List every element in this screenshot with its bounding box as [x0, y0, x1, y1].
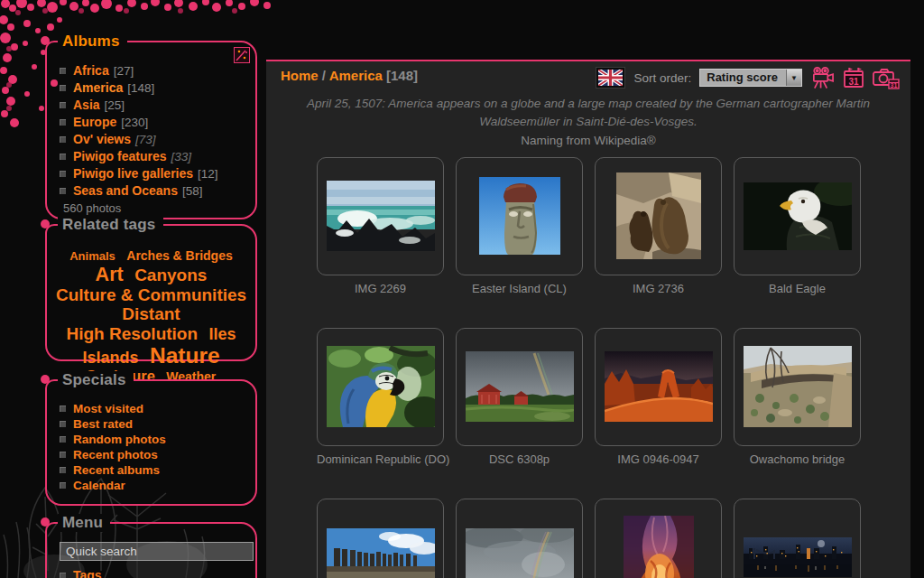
album-count: [25] — [105, 98, 125, 112]
tag-arches-bridges[interactable]: Arches & Bridges — [126, 248, 232, 263]
bullet-icon — [60, 482, 66, 489]
album-count: [73] — [135, 133, 156, 146]
photo-thumbnail-dsc-6308p[interactable] — [456, 328, 583, 446]
sidebar-item-america[interactable]: America[148] — [60, 79, 248, 97]
sidebar-item-calendar[interactable]: Calendar — [60, 478, 248, 493]
language-flag-icon[interactable] — [596, 67, 625, 89]
photo-thumbnail-dominican-republic[interactable] — [317, 328, 444, 446]
sort-order-value: Rating score — [700, 70, 786, 86]
bullet-icon — [60, 85, 66, 91]
tag-canyons[interactable]: Canyons — [134, 266, 207, 284]
photo-caption[interactable]: Bald Eagle — [734, 282, 861, 295]
sidebar-item-random-photos[interactable]: Random photos — [60, 432, 248, 447]
sidebar-item-tags[interactable]: Tags — [60, 567, 248, 578]
sort-order-select[interactable]: Rating score ▼ — [699, 69, 802, 87]
photo-thumbnail-img-2269[interactable] — [317, 157, 444, 275]
photo-caption[interactable]: Easter Island (CL) — [456, 282, 583, 295]
photo-cell: IMG 2269 — [317, 157, 444, 295]
quick-search-input[interactable] — [60, 542, 254, 561]
special-label: Most visited — [73, 402, 143, 415]
photo-cell — [317, 499, 444, 578]
related-tags-panel-title: Related tags — [58, 216, 163, 234]
album-label: Piwigo live galleries — [73, 166, 193, 181]
bullet-icon — [60, 436, 66, 443]
tag-animals[interactable]: Animals — [69, 249, 116, 263]
tag-culture-communities[interactable]: Culture & Communities — [56, 285, 246, 304]
photo-caption[interactable]: Dominican Republic (DO) — [317, 452, 444, 466]
sidebar-item-seas-and-oceans[interactable]: Seas and Oceans[58] — [60, 182, 248, 200]
tag-distant[interactable]: Distant — [122, 304, 180, 323]
album-label: Africa — [73, 63, 109, 78]
breadcrumb-home-link[interactable]: Home — [281, 68, 319, 83]
photo-caption[interactable]: IMG 2269 — [317, 282, 444, 295]
photo-thumbnail-img-2736[interactable] — [595, 157, 722, 275]
slideshow-icon[interactable] — [810, 66, 835, 89]
sidebar-item-recent-albums[interactable]: Recent albums — [60, 462, 248, 478]
bullet-icon — [60, 68, 66, 74]
tag-nature[interactable]: Nature — [150, 343, 220, 368]
photo-cell: Bald Eagle — [734, 157, 861, 295]
specials-panel-title: Specials — [58, 371, 134, 389]
photo-image-rainbow — [466, 528, 574, 578]
photo-thumbnail-city-night[interactable] — [734, 499, 861, 578]
camera-calendar-icon[interactable]: 31 — [873, 66, 900, 89]
photo-image-ocean-waves — [327, 181, 435, 251]
photo-image-barn-rainbow — [466, 351, 574, 422]
album-edit-icon[interactable] — [234, 47, 250, 67]
bullet-icon — [60, 452, 66, 458]
calendar-icon[interactable]: 31 — [843, 66, 864, 89]
photo-thumbnail-moai-row[interactable] — [317, 499, 444, 578]
sidebar-item-africa[interactable]: Africa[27] — [60, 62, 248, 79]
photo-thumbnail-bald-eagle[interactable] — [734, 157, 861, 275]
tag-islands[interactable]: Islands — [82, 349, 138, 367]
album-count: [148] — [127, 81, 154, 95]
album-label: Piwigo features — [73, 149, 166, 163]
album-description: April 25, 1507: America appears on a glo… — [277, 95, 900, 130]
albums-panel: Albums Africa[27] America[148] Asia[25] … — [45, 41, 257, 219]
album-count: [230] — [121, 116, 148, 129]
sidebar-item-asia[interactable]: Asia[25] — [60, 97, 248, 114]
sidebar-item-recent-photos[interactable]: Recent photos — [60, 447, 248, 462]
album-count: [33] — [171, 150, 191, 163]
photo-image-eagle — [744, 182, 852, 250]
sidebar-item-piwigo-features[interactable]: Piwigo features[33] — [60, 148, 248, 165]
bullet-icon — [60, 102, 66, 108]
photo-caption[interactable]: DSC 6308p — [456, 452, 583, 466]
photo-thumbnail-img-0946-0947[interactable] — [595, 328, 722, 446]
special-label: Best rated — [73, 417, 133, 431]
special-label: Recent albums — [73, 463, 160, 477]
bullet-icon — [60, 171, 66, 177]
photo-thumbnail-antelope-canyon[interactable] — [595, 499, 722, 578]
bullet-icon — [60, 154, 66, 160]
album-label: Ov' views — [73, 132, 131, 146]
special-label: Recent photos — [73, 448, 158, 461]
photo-caption[interactable]: Owachomo bridge — [734, 452, 861, 466]
photo-cell — [456, 499, 583, 578]
tag-iles[interactable]: Iles — [209, 325, 236, 343]
sidebar-item-most-visited[interactable]: Most visited — [60, 401, 248, 416]
album-count: [27] — [114, 64, 134, 78]
photo-thumbnail-rainbow-sky[interactable] — [456, 499, 583, 578]
photo-cell: IMG 2736 — [595, 157, 722, 295]
breadcrumb-current-album[interactable]: America — [329, 68, 383, 83]
bullet-icon — [60, 573, 66, 578]
photo-caption[interactable]: IMG 2736 — [595, 282, 722, 295]
sidebar-item-piwigo-live-galleries[interactable]: Piwigo live galleries[12] — [60, 165, 248, 182]
tag-art[interactable]: Art — [96, 264, 124, 285]
photo-cell: DSC 6308p — [456, 328, 583, 466]
photo-caption[interactable]: IMG 0946-0947 — [595, 452, 722, 466]
photo-thumbnail-owachomo-bridge[interactable] — [734, 328, 861, 446]
photo-cell: Owachomo bridge — [734, 328, 861, 466]
bullet-icon — [60, 119, 66, 126]
photo-image-parrot — [327, 346, 435, 427]
sidebar-item-europe[interactable]: Europe[230] — [60, 114, 248, 131]
photo-cell: Easter Island (CL) — [456, 157, 583, 295]
sidebar-item-ov-views[interactable]: Ov' views[73] — [60, 131, 248, 148]
photo-image-bears — [616, 172, 701, 259]
album-label: Seas and Oceans — [73, 183, 178, 198]
thumbnail-grid: IMG 2269 Eas — [317, 157, 869, 578]
album-label: Asia — [73, 98, 100, 112]
photo-thumbnail-easter-island[interactable] — [456, 157, 583, 275]
tag-high-resolution[interactable]: High Resolution — [66, 324, 198, 343]
sidebar-item-best-rated[interactable]: Best rated — [60, 416, 248, 432]
